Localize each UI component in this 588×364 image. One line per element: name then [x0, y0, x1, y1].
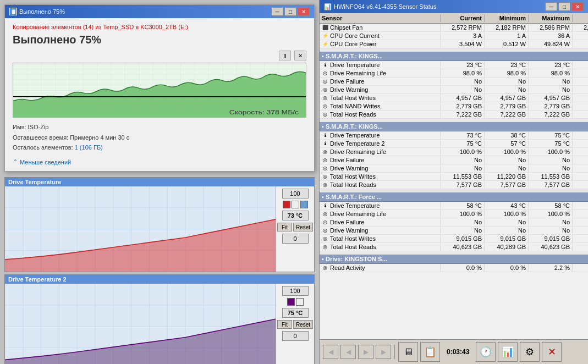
report-icon-button[interactable]: 📋 — [420, 342, 440, 362]
circle-icon-13: ◎ — [322, 219, 328, 225]
table-row[interactable]: ◎Drive Failure No No No — [320, 156, 588, 164]
chart2-area — [5, 284, 276, 364]
chart1-fit-reset: Fit y Reset — [277, 223, 313, 231]
hwinfo-maximize-button[interactable]: □ — [558, 2, 570, 11]
table-row[interactable]: 🌡Drive Temperature 23 °C 23 °C 23 °C 23 … — [320, 61, 588, 69]
chart2-content: 100 75 °C Fit y Reset 0 — [5, 284, 314, 364]
time-display: 0:03:43 — [442, 348, 474, 356]
close-button[interactable]: ✕ — [298, 7, 310, 16]
chart2-bottom-val: 0 — [282, 331, 309, 341]
table-row[interactable]: ◎Total Host Reads 7,577 GB 7,577 GB 7,57… — [320, 181, 588, 189]
stop-button[interactable]: ✕ — [294, 51, 306, 60]
section-header-smart4: ▪ Drive: KINGSTON S... — [320, 255, 588, 264]
chart2-top-val: 100 — [282, 286, 309, 296]
chart2-reset-button[interactable]: Reset — [293, 320, 313, 329]
progress-chart: Скорость: 378 МБ/с — [13, 63, 306, 117]
circle-icon-14: ◎ — [322, 227, 328, 234]
table-row[interactable]: ◎Drive Remaining Life 100.0 % 100.0 % 10… — [320, 210, 588, 218]
table-row[interactable]: ◎Drive Warning No No No — [320, 86, 588, 94]
circle-icon-3: ◎ — [322, 86, 328, 93]
chart2-color-box-1 — [287, 298, 295, 306]
hwinfo-close-button[interactable]: ✕ — [571, 2, 584, 11]
nav-fwd-button-2[interactable]: ▶ — [376, 345, 391, 359]
thermometer-icon: 🌡 — [322, 62, 328, 68]
chart1-controls: 100 73 °C Fit y Reset 0 — [276, 186, 314, 272]
table-row[interactable]: ◎Drive Failure No No No — [320, 218, 588, 227]
circle-icon-1: ◎ — [322, 70, 328, 76]
table-row[interactable]: ◎Drive Warning No No No — [320, 227, 588, 235]
circle-icon-4: ◎ — [322, 95, 328, 101]
circle-icon-10: ◎ — [322, 173, 328, 180]
chart1-top-val: 100 — [282, 189, 309, 198]
table-row[interactable]: ◎Total Host Writes 9,015 GB 9,015 GB 9,0… — [320, 235, 588, 243]
circle-icon-9: ◎ — [322, 165, 328, 172]
svg-text:Скорость: 378 МБ/с: Скорость: 378 МБ/с — [229, 109, 299, 116]
cpu-icon: ⚡ — [322, 32, 328, 39]
table-row[interactable]: 🌡Drive Temperature 58 °C 43 °C 58 °C 52 … — [320, 202, 588, 210]
table-row[interactable]: ◎Read Activity 0.0 % 0.0 % 2.2 % 0.5 % — [320, 264, 588, 272]
settings-icon-button[interactable]: ⚙ — [520, 342, 540, 362]
col-current: Current — [441, 14, 485, 22]
maximize-button[interactable]: □ — [284, 7, 296, 16]
minimize-button[interactable]: ─ — [271, 7, 283, 16]
table-row[interactable]: ◎Total Host Reads 40,623 GB 40,289 GB 40… — [320, 243, 588, 251]
section-header-smart3: ▪ S.M.A.R.T.: Force ... — [320, 192, 588, 202]
col-minimum: Minimum — [485, 14, 529, 22]
chart1-svg — [5, 186, 276, 272]
less-info-button[interactable]: ⌃ Меньше сведений — [13, 158, 306, 166]
copy-info-line: Копирование элементов (14) из Temp_SSD в… — [13, 24, 306, 30]
table-row[interactable]: ◎Drive Remaining Life 100.0 % 100.0 % 10… — [320, 148, 588, 156]
nav-back-button[interactable]: ◀ — [323, 345, 338, 359]
section-header-smart1: ▪ S.M.A.R.T.: KINGS... — [320, 52, 588, 61]
charts-area: Drive Temperature — [0, 176, 319, 364]
table-row[interactable]: ◎Total NAND Writes 2,779 GB 2,779 GB 2,7… — [320, 102, 588, 111]
pc-icon-button[interactable]: 🖥 — [398, 342, 418, 362]
circle-icon-2: ◎ — [322, 78, 328, 85]
circle-icon-8: ◎ — [322, 157, 328, 163]
hwinfo-body[interactable]: ⬛Chipset Fan 2,572 RPM 2,182 RPM 2,586 R… — [320, 24, 588, 339]
left-panel: 📋 Выполнено 75% ─ □ ✕ Копирование элемен… — [0, 0, 319, 364]
chart2-temp-val: 75 °C — [282, 308, 309, 318]
table-row[interactable]: 🌡Drive Temperature 73 °C 38 °C 75 °C 62 … — [320, 131, 588, 140]
clock-icon-button[interactable]: 🕐 — [476, 342, 496, 362]
chart1-content: 100 73 °C Fit y Reset 0 — [5, 186, 314, 272]
thermometer-icon-3: 🌡 — [322, 140, 328, 147]
table-row[interactable]: ◎Drive Remaining Life 98.0 % 98.0 % 98.0… — [320, 69, 588, 78]
close-icon-button[interactable]: ✕ — [542, 342, 562, 362]
chart1-reset-button[interactable]: Reset — [293, 223, 313, 231]
table-row[interactable]: 🌡Drive Temperature 2 75 °C 57 °C 75 °C 6… — [320, 140, 588, 148]
chart1-color-box-1 — [283, 201, 290, 208]
chart1-color-box-2 — [292, 201, 299, 208]
chart2-fit-button[interactable]: Fit y — [277, 320, 292, 329]
table-row[interactable]: ◎Total Host Reads 7,222 GB 7,222 GB 7,22… — [320, 111, 588, 119]
hwinfo-table-header: Sensor Current Minimum Maximum Average — [320, 13, 588, 24]
col-sensor: Sensor — [320, 14, 441, 22]
hwinfo-minimize-button[interactable]: ─ — [545, 2, 557, 11]
cpu-power-icon: ⚡ — [322, 41, 328, 47]
table-row[interactable]: ⬛Chipset Fan 2,572 RPM 2,182 RPM 2,586 R… — [320, 24, 588, 32]
circle-icon-12: ◎ — [322, 211, 328, 217]
table-row[interactable]: ⚡CPU Core Current 3 A 1 A 36 A 11 A — [320, 32, 588, 40]
copy-details: Имя: ISO-Zip Оставшееся время: Примерно … — [13, 122, 306, 153]
chart1-fit-button[interactable]: Fit y — [277, 223, 292, 231]
table-row[interactable]: ◎Drive Failure No No No — [320, 78, 588, 86]
copy-progress-title: Выполнено 75% — [13, 34, 306, 46]
table-row[interactable]: ◎Drive Warning No No No — [320, 164, 588, 173]
hwinfo-title: HWiNFO64 v6.41-4355 Sensor Status — [334, 3, 436, 10]
table-row[interactable]: ◎Total Host Writes 11,553 GB 11,220 GB 1… — [320, 173, 588, 181]
circle-icon-17: ◎ — [322, 264, 328, 271]
chart-panel-2: Drive Temperature 2 — [4, 274, 315, 364]
table-row[interactable]: ⚡CPU Core Power 3.504 W 0.512 W 49.824 W… — [320, 40, 588, 48]
chart1-color-box-3 — [300, 201, 308, 208]
pause-button[interactable]: ⏸ — [279, 51, 291, 60]
table-icon-button[interactable]: 📊 — [498, 342, 518, 362]
nav-fwd-button[interactable]: ▶ — [358, 345, 373, 359]
chart1-color-boxes — [283, 201, 308, 208]
nav-back-button-2[interactable]: ◀ — [340, 345, 356, 359]
chart1-temp-val: 73 °C — [282, 211, 309, 220]
chart2-controls: 100 75 °C Fit y Reset 0 — [276, 284, 314, 364]
copy-dialog-icon: 📋 — [9, 8, 17, 15]
chart1-header: Drive Temperature — [5, 178, 314, 186]
table-row[interactable]: ◎Total Host Writes 4,957 GB 4,957 GB 4,9… — [320, 94, 588, 102]
circle-icon-15: ◎ — [322, 235, 328, 242]
